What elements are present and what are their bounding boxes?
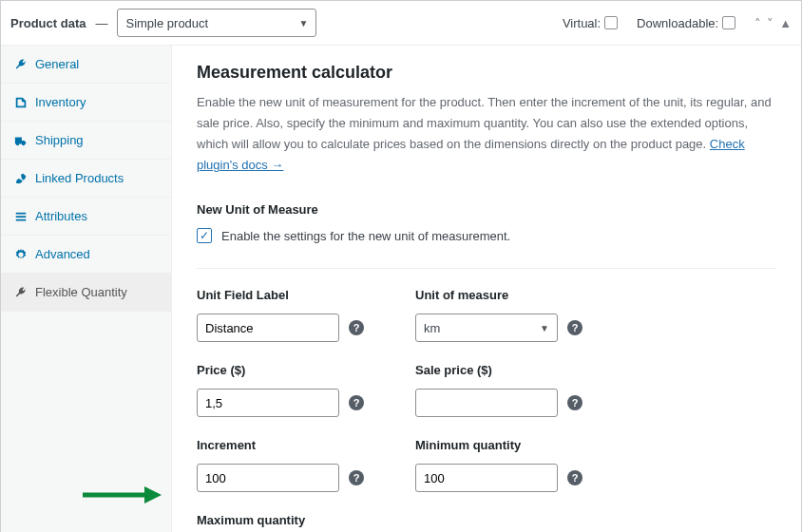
sidebar-item-label: Linked Products bbox=[35, 171, 124, 185]
sidebar-item-advanced[interactable]: Advanced bbox=[1, 236, 171, 274]
downloadable-checkbox[interactable] bbox=[722, 16, 735, 29]
product-data-panel: Product data — Simple product ▼ Virtual:… bbox=[0, 0, 802, 532]
virtual-option[interactable]: Virtual: bbox=[563, 16, 618, 30]
sidebar-item-label: Attributes bbox=[35, 209, 87, 223]
chevron-down-icon: ▼ bbox=[540, 323, 549, 333]
field-label: Price ($) bbox=[197, 363, 368, 377]
main-content: Measurement calculator Enable the new un… bbox=[172, 46, 801, 532]
help-icon[interactable]: ? bbox=[349, 470, 364, 485]
panel-body: General Inventory Shipping Linked Produc… bbox=[1, 46, 801, 532]
virtual-checkbox[interactable] bbox=[604, 16, 618, 29]
help-icon[interactable]: ? bbox=[349, 395, 364, 410]
unit-of-measure-select[interactable]: km ▼ bbox=[415, 314, 558, 342]
sidebar-item-flexible-quantity[interactable]: Flexible Quantity bbox=[1, 274, 171, 312]
dash: — bbox=[95, 16, 107, 30]
field-label: Unit Field Label bbox=[197, 288, 368, 302]
sale-price-input[interactable] bbox=[415, 389, 558, 417]
sidebar: General Inventory Shipping Linked Produc… bbox=[1, 46, 172, 532]
virtual-label: Virtual: bbox=[563, 16, 601, 30]
sidebar-item-linked-products[interactable]: Linked Products bbox=[1, 160, 171, 198]
unit-of-measure-value: km bbox=[424, 321, 440, 335]
sidebar-item-attributes[interactable]: Attributes bbox=[1, 198, 171, 236]
help-icon[interactable]: ? bbox=[567, 395, 582, 410]
field-price: Price ($) ? bbox=[197, 363, 368, 417]
wrench-icon bbox=[14, 286, 28, 299]
panel-controls: ˄ ˅ ▲ bbox=[754, 16, 792, 30]
field-unit-field-label: Unit Field Label ? bbox=[197, 288, 368, 342]
panel-title: Product data bbox=[10, 16, 86, 30]
sidebar-item-label: General bbox=[35, 57, 79, 71]
price-input[interactable] bbox=[197, 389, 339, 417]
sidebar-item-shipping[interactable]: Shipping bbox=[1, 122, 171, 160]
downloadable-label: Downloadable: bbox=[637, 16, 718, 30]
enable-checkbox[interactable]: ✓ bbox=[197, 228, 212, 243]
field-unit-of-measure: Unit of measure km ▼ ? bbox=[415, 288, 586, 342]
sidebar-item-label: Inventory bbox=[35, 95, 86, 109]
enable-row: ✓ Enable the settings for the new unit o… bbox=[197, 228, 776, 269]
help-icon[interactable]: ? bbox=[567, 470, 582, 485]
wrench-icon bbox=[14, 58, 28, 71]
help-icon[interactable]: ? bbox=[567, 320, 582, 335]
section-description: Enable the new unit of measurement for t… bbox=[197, 92, 776, 176]
increment-input[interactable] bbox=[197, 464, 339, 492]
collapse-icon[interactable]: ▲ bbox=[779, 16, 792, 30]
fields-grid-row2: Price ($) ? Sale price ($) ? bbox=[197, 363, 776, 438]
downloadable-option[interactable]: Downloadable: bbox=[637, 16, 735, 30]
field-label: Increment bbox=[197, 438, 368, 452]
inventory-icon bbox=[14, 96, 28, 109]
field-label: Maximum quantity bbox=[197, 513, 368, 527]
link-icon bbox=[14, 172, 28, 185]
product-type-select[interactable]: Simple product ▼ bbox=[117, 9, 316, 37]
list-icon bbox=[14, 210, 28, 223]
description-text: Enable the new unit of measurement for t… bbox=[197, 95, 772, 151]
help-icon[interactable]: ? bbox=[349, 320, 364, 335]
field-label: Unit of measure bbox=[415, 288, 586, 302]
chevron-down-icon: ▼ bbox=[299, 18, 309, 28]
section-title: Measurement calculator bbox=[197, 63, 776, 83]
move-down-icon[interactable]: ˅ bbox=[767, 16, 773, 30]
field-increment: Increment ? bbox=[197, 438, 368, 492]
sidebar-item-label: Shipping bbox=[35, 133, 84, 147]
field-maximum-quantity: Maximum quantity ? bbox=[197, 513, 368, 532]
panel-header: Product data — Simple product ▼ Virtual:… bbox=[1, 1, 801, 46]
sidebar-item-label: Flexible Quantity bbox=[35, 285, 127, 299]
unit-field-label-input[interactable] bbox=[197, 314, 339, 342]
sidebar-item-inventory[interactable]: Inventory bbox=[1, 84, 171, 122]
field-label: Sale price ($) bbox=[415, 363, 586, 377]
minimum-quantity-input[interactable] bbox=[415, 464, 558, 492]
product-type-value: Simple product bbox=[125, 16, 208, 30]
fields-grid: Unit Field Label ? Unit of measure km ▼ … bbox=[197, 288, 776, 363]
sidebar-item-label: Advanced bbox=[35, 247, 90, 261]
fields-grid-row3: Increment ? Minimum quantity ? Maximum q… bbox=[197, 438, 776, 532]
gear-icon bbox=[14, 248, 28, 261]
truck-icon bbox=[14, 134, 28, 147]
enable-label: Enable the settings for the new unit of … bbox=[221, 229, 510, 243]
field-label: Minimum quantity bbox=[415, 438, 586, 452]
field-sale-price: Sale price ($) ? bbox=[415, 363, 586, 417]
move-up-icon[interactable]: ˄ bbox=[754, 16, 761, 30]
field-minimum-quantity: Minimum quantity ? bbox=[415, 438, 586, 492]
new-unit-heading: New Unit of Measure bbox=[197, 202, 776, 217]
sidebar-item-general[interactable]: General bbox=[1, 46, 171, 84]
